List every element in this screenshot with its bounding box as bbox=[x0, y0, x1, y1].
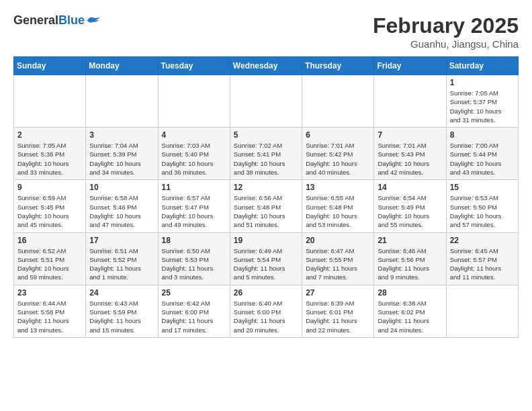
calendar-cell: 14Sunrise: 6:54 AM Sunset: 5:49 PM Dayli… bbox=[374, 180, 446, 232]
day-number: 23 bbox=[17, 288, 82, 298]
day-info: Sunrise: 6:57 AM Sunset: 5:47 PM Dayligh… bbox=[162, 193, 226, 229]
location-subtitle: Guanhu, Jiangsu, China bbox=[373, 38, 519, 50]
calendar-cell bbox=[374, 75, 446, 128]
calendar-cell: 4Sunrise: 7:03 AM Sunset: 5:40 PM Daylig… bbox=[158, 128, 230, 180]
day-info: Sunrise: 6:55 AM Sunset: 5:48 PM Dayligh… bbox=[306, 193, 370, 229]
calendar-cell: 21Sunrise: 6:46 AM Sunset: 5:56 PM Dayli… bbox=[374, 232, 446, 285]
month-title: February 2025 bbox=[373, 13, 519, 38]
calendar-cell: 19Sunrise: 6:49 AM Sunset: 5:54 PM Dayli… bbox=[230, 232, 302, 285]
day-info: Sunrise: 6:43 AM Sunset: 5:59 PM Dayligh… bbox=[89, 299, 154, 334]
calendar-cell: 23Sunrise: 6:44 AM Sunset: 5:58 PM Dayli… bbox=[14, 285, 86, 337]
page-header: GeneralBlue February 2025 Guanhu, Jiangs… bbox=[13, 13, 519, 50]
calendar-cell: 27Sunrise: 6:39 AM Sunset: 6:01 PM Dayli… bbox=[302, 285, 374, 337]
day-info: Sunrise: 7:03 AM Sunset: 5:40 PM Dayligh… bbox=[162, 141, 226, 177]
day-info: Sunrise: 6:38 AM Sunset: 6:02 PM Dayligh… bbox=[378, 299, 442, 334]
day-number: 15 bbox=[450, 183, 515, 192]
day-info: Sunrise: 6:49 AM Sunset: 5:54 PM Dayligh… bbox=[234, 246, 298, 282]
title-section: February 2025 Guanhu, Jiangsu, China bbox=[373, 13, 519, 50]
day-number: 14 bbox=[378, 183, 442, 192]
calendar-cell: 8Sunrise: 7:00 AM Sunset: 5:44 PM Daylig… bbox=[446, 128, 518, 180]
day-number: 24 bbox=[89, 288, 154, 298]
day-number: 12 bbox=[234, 183, 298, 192]
calendar-cell bbox=[14, 75, 86, 128]
calendar-cell: 11Sunrise: 6:57 AM Sunset: 5:47 PM Dayli… bbox=[158, 180, 230, 232]
weekday-header-row: SundayMondayTuesdayWednesdayThursdayFrid… bbox=[14, 57, 519, 75]
day-info: Sunrise: 7:05 AM Sunset: 5:37 PM Dayligh… bbox=[450, 89, 515, 124]
calendar-week-4: 16Sunrise: 6:52 AM Sunset: 5:51 PM Dayli… bbox=[14, 232, 519, 285]
day-number: 17 bbox=[89, 236, 154, 245]
calendar-cell: 25Sunrise: 6:42 AM Sunset: 6:00 PM Dayli… bbox=[158, 285, 230, 337]
logo-bird-icon bbox=[86, 15, 101, 27]
calendar-cell: 1Sunrise: 7:05 AM Sunset: 5:37 PM Daylig… bbox=[446, 75, 518, 128]
calendar-cell bbox=[230, 75, 302, 128]
calendar-cell: 6Sunrise: 7:01 AM Sunset: 5:42 PM Daylig… bbox=[302, 128, 374, 180]
day-info: Sunrise: 6:47 AM Sunset: 5:55 PM Dayligh… bbox=[306, 246, 370, 282]
day-info: Sunrise: 7:02 AM Sunset: 5:41 PM Dayligh… bbox=[234, 141, 298, 177]
logo-text: GeneralBlue bbox=[13, 13, 101, 28]
weekday-header-friday: Friday bbox=[374, 57, 446, 75]
logo-blue-text: Blue bbox=[58, 13, 85, 28]
calendar-cell: 16Sunrise: 6:52 AM Sunset: 5:51 PM Dayli… bbox=[14, 232, 86, 285]
day-number: 5 bbox=[234, 130, 298, 140]
calendar-cell: 13Sunrise: 6:55 AM Sunset: 5:48 PM Dayli… bbox=[302, 180, 374, 232]
day-number: 26 bbox=[234, 288, 298, 298]
day-info: Sunrise: 6:56 AM Sunset: 5:48 PM Dayligh… bbox=[234, 193, 298, 229]
calendar-cell: 3Sunrise: 7:04 AM Sunset: 5:39 PM Daylig… bbox=[86, 128, 158, 180]
calendar-table: SundayMondayTuesdayWednesdayThursdayFrid… bbox=[13, 56, 519, 338]
day-info: Sunrise: 6:39 AM Sunset: 6:01 PM Dayligh… bbox=[306, 299, 370, 334]
calendar-cell: 22Sunrise: 6:45 AM Sunset: 5:57 PM Dayli… bbox=[446, 232, 518, 285]
calendar-cell bbox=[158, 75, 230, 128]
day-number: 8 bbox=[450, 130, 515, 140]
day-number: 13 bbox=[306, 183, 370, 192]
logo: GeneralBlue bbox=[13, 13, 101, 28]
day-info: Sunrise: 7:04 AM Sunset: 5:39 PM Dayligh… bbox=[89, 141, 154, 177]
day-number: 2 bbox=[17, 130, 82, 140]
day-info: Sunrise: 7:00 AM Sunset: 5:44 PM Dayligh… bbox=[450, 141, 515, 177]
day-info: Sunrise: 6:59 AM Sunset: 5:45 PM Dayligh… bbox=[17, 193, 82, 229]
calendar-cell bbox=[446, 285, 518, 337]
day-number: 25 bbox=[162, 288, 226, 298]
calendar-cell: 5Sunrise: 7:02 AM Sunset: 5:41 PM Daylig… bbox=[230, 128, 302, 180]
calendar-cell: 10Sunrise: 6:58 AM Sunset: 5:46 PM Dayli… bbox=[86, 180, 158, 232]
calendar-cell: 20Sunrise: 6:47 AM Sunset: 5:55 PM Dayli… bbox=[302, 232, 374, 285]
calendar-week-5: 23Sunrise: 6:44 AM Sunset: 5:58 PM Dayli… bbox=[14, 285, 519, 337]
day-number: 1 bbox=[450, 78, 515, 87]
day-number: 9 bbox=[17, 183, 82, 192]
calendar-cell: 17Sunrise: 6:51 AM Sunset: 5:52 PM Dayli… bbox=[86, 232, 158, 285]
day-number: 28 bbox=[378, 288, 442, 298]
day-info: Sunrise: 6:46 AM Sunset: 5:56 PM Dayligh… bbox=[378, 246, 442, 282]
calendar-cell: 18Sunrise: 6:50 AM Sunset: 5:53 PM Dayli… bbox=[158, 232, 230, 285]
day-info: Sunrise: 7:05 AM Sunset: 5:38 PM Dayligh… bbox=[17, 141, 82, 177]
day-number: 3 bbox=[89, 130, 154, 140]
day-number: 10 bbox=[89, 183, 154, 192]
calendar-cell: 2Sunrise: 7:05 AM Sunset: 5:38 PM Daylig… bbox=[14, 128, 86, 180]
day-number: 4 bbox=[162, 130, 226, 140]
weekday-header-sunday: Sunday bbox=[14, 57, 86, 75]
calendar-cell: 7Sunrise: 7:01 AM Sunset: 5:43 PM Daylig… bbox=[374, 128, 446, 180]
day-number: 6 bbox=[306, 130, 370, 140]
day-info: Sunrise: 7:01 AM Sunset: 5:42 PM Dayligh… bbox=[306, 141, 370, 177]
weekday-header-saturday: Saturday bbox=[446, 57, 518, 75]
day-number: 27 bbox=[306, 288, 370, 298]
calendar-cell bbox=[302, 75, 374, 128]
day-number: 11 bbox=[162, 183, 226, 192]
day-info: Sunrise: 6:42 AM Sunset: 6:00 PM Dayligh… bbox=[162, 299, 226, 334]
day-info: Sunrise: 6:44 AM Sunset: 5:58 PM Dayligh… bbox=[17, 299, 82, 334]
day-info: Sunrise: 7:01 AM Sunset: 5:43 PM Dayligh… bbox=[378, 141, 442, 177]
calendar-week-3: 9Sunrise: 6:59 AM Sunset: 5:45 PM Daylig… bbox=[14, 180, 519, 232]
calendar-cell: 26Sunrise: 6:40 AM Sunset: 6:00 PM Dayli… bbox=[230, 285, 302, 337]
weekday-header-tuesday: Tuesday bbox=[158, 57, 230, 75]
logo-general-text: General bbox=[13, 13, 58, 28]
calendar-cell: 9Sunrise: 6:59 AM Sunset: 5:45 PM Daylig… bbox=[14, 180, 86, 232]
calendar-cell bbox=[86, 75, 158, 128]
day-number: 19 bbox=[234, 236, 298, 245]
day-number: 18 bbox=[162, 236, 226, 245]
day-number: 22 bbox=[450, 236, 515, 245]
calendar-week-1: 1Sunrise: 7:05 AM Sunset: 5:37 PM Daylig… bbox=[14, 75, 519, 128]
day-info: Sunrise: 6:51 AM Sunset: 5:52 PM Dayligh… bbox=[89, 246, 154, 282]
day-info: Sunrise: 6:50 AM Sunset: 5:53 PM Dayligh… bbox=[162, 246, 226, 282]
day-info: Sunrise: 6:45 AM Sunset: 5:57 PM Dayligh… bbox=[450, 246, 515, 282]
calendar-cell: 15Sunrise: 6:53 AM Sunset: 5:50 PM Dayli… bbox=[446, 180, 518, 232]
calendar-cell: 12Sunrise: 6:56 AM Sunset: 5:48 PM Dayli… bbox=[230, 180, 302, 232]
weekday-header-thursday: Thursday bbox=[302, 57, 374, 75]
